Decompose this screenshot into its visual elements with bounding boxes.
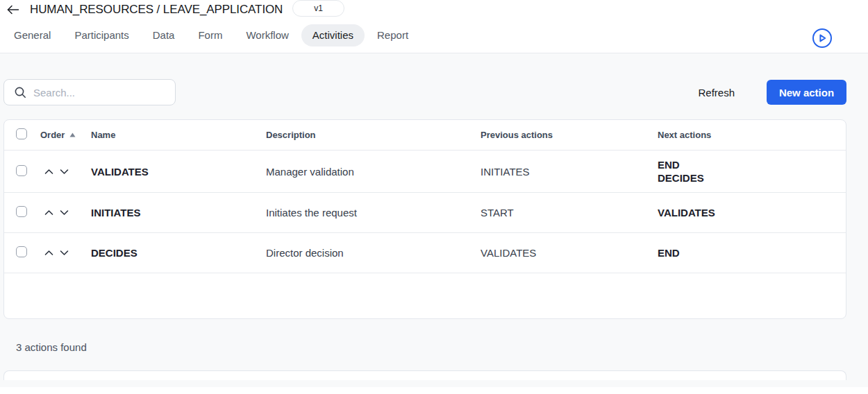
column-header-name: Name <box>91 130 266 140</box>
action-next-actions: END <box>658 246 846 259</box>
tab-general[interactable]: General <box>14 28 51 42</box>
run-process-button[interactable] <box>812 28 833 49</box>
table-row: INITIATES Initiates the request START VA… <box>4 193 846 233</box>
search-icon <box>14 86 26 98</box>
column-header-order: Order <box>40 130 91 140</box>
content-area: Refresh New action Order Name Descript <box>0 53 868 387</box>
sort-asc-icon <box>69 132 76 137</box>
table-row: DECIDES Director decision VALIDATES END <box>4 233 846 273</box>
action-previous-actions: VALIDATES <box>481 246 658 259</box>
action-name: DECIDES <box>91 247 266 259</box>
sort-by-order-button[interactable]: Order <box>40 130 76 140</box>
toolbar: Refresh New action <box>3 53 846 105</box>
back-button[interactable] <box>7 1 25 18</box>
back-arrow-icon <box>7 5 19 15</box>
action-description: Initiates the request <box>266 207 481 219</box>
column-header-next-actions: Next actions <box>658 130 846 140</box>
action-name: VALIDATES <box>91 166 266 178</box>
chevron-down-icon <box>60 169 69 175</box>
row-checkbox-cell <box>4 246 40 259</box>
search-box[interactable] <box>3 79 176 105</box>
chevron-up-icon <box>44 169 53 175</box>
actions-table: Order Name Description Previous actions … <box>3 119 846 319</box>
table-row: VALIDATES Manager validation INITIATES E… <box>4 151 846 193</box>
move-down-button[interactable] <box>59 166 69 177</box>
tab-report[interactable]: Report <box>377 28 408 42</box>
column-header-description: Description <box>266 130 481 140</box>
row-order-cell <box>40 166 91 177</box>
table-header-row: Order Name Description Previous actions … <box>4 120 846 151</box>
action-next-actions: VALIDATES <box>658 206 846 219</box>
breadcrumb: HUMAN_RESOURCES / LEAVE_APPLICATION <box>30 3 283 17</box>
next-section-panel-edge <box>3 370 846 380</box>
new-action-button[interactable]: New action <box>767 80 846 105</box>
row-checkbox-cell <box>4 165 40 178</box>
tab-activities[interactable]: Activities <box>301 24 365 46</box>
tab-data[interactable]: Data <box>153 28 175 42</box>
results-count: 3 actions found <box>16 341 846 353</box>
tab-workflow[interactable]: Workflow <box>246 28 288 42</box>
action-description: Manager validation <box>266 166 481 178</box>
action-previous-actions: INITIATES <box>481 165 658 178</box>
action-next-actions: END DECIDES <box>658 158 846 185</box>
chevron-up-icon <box>44 209 53 216</box>
row-checkbox-cell <box>4 206 40 219</box>
topbar: HUMAN_RESOURCES / LEAVE_APPLICATION v1 <box>0 0 868 19</box>
header: HUMAN_RESOURCES / LEAVE_APPLICATION v1 G… <box>0 0 868 53</box>
action-previous-actions: START <box>481 206 658 219</box>
move-down-button[interactable] <box>59 248 69 258</box>
row-checkbox[interactable] <box>16 246 27 257</box>
row-order-cell <box>40 248 91 258</box>
search-input[interactable] <box>33 87 167 98</box>
move-up-button[interactable] <box>44 248 54 258</box>
play-circle-icon <box>812 28 833 49</box>
tab-participants[interactable]: Participants <box>74 28 128 42</box>
tab-form[interactable]: Form <box>198 28 222 42</box>
move-up-button[interactable] <box>44 166 54 177</box>
action-name: INITIATES <box>91 207 266 219</box>
row-checkbox[interactable] <box>16 165 27 176</box>
refresh-button[interactable]: Refresh <box>696 84 736 101</box>
select-all-checkbox[interactable] <box>16 128 27 139</box>
chevron-down-icon <box>60 209 69 216</box>
workflow-activities-page: HUMAN_RESOURCES / LEAVE_APPLICATION v1 G… <box>0 0 868 394</box>
chevron-up-icon <box>44 250 53 256</box>
header-checkbox-cell <box>4 128 40 142</box>
version-badge: v1 <box>292 0 344 17</box>
tab-bar: General Participants Data Form Workflow … <box>0 19 868 53</box>
row-order-cell <box>40 207 91 218</box>
column-header-previous-actions: Previous actions <box>481 130 658 140</box>
row-checkbox[interactable] <box>16 206 27 217</box>
move-up-button[interactable] <box>44 207 54 218</box>
move-down-button[interactable] <box>59 207 69 218</box>
action-description: Director decision <box>266 247 481 259</box>
column-header-order-label: Order <box>40 130 65 140</box>
table-body: VALIDATES Manager validation INITIATES E… <box>4 151 846 273</box>
chevron-down-icon <box>60 250 69 256</box>
